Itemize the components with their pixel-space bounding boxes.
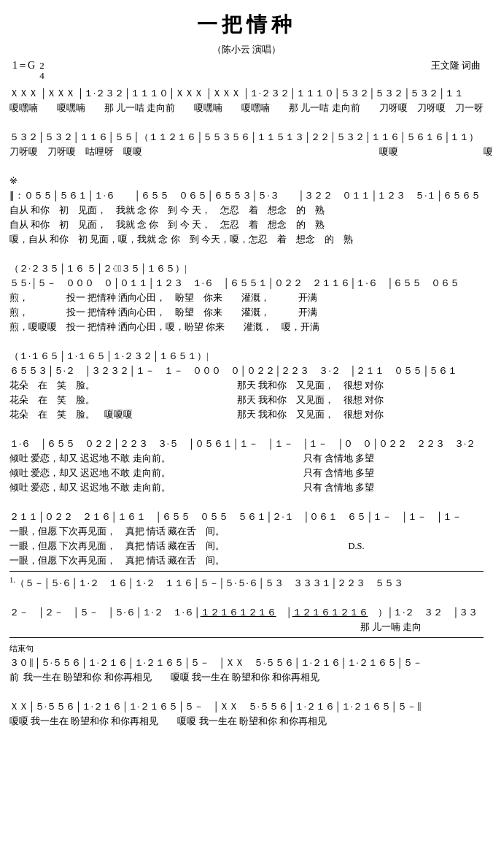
key-label: 1＝G: [12, 59, 35, 72]
score-content: ＸＸＸ │ＸＸＸ │１·２３２│１１１０│ＸＸＸ │ＸＸＸ │１·２３２│１１１…: [9, 86, 484, 568]
score-page: 一把情种 （陈小云 演唱） 1＝G 2 4 王文隆 词曲 ＸＸＸ │ＸＸＸ │１…: [6, 7, 487, 732]
composer: 王文隆 词曲: [431, 59, 481, 72]
score-divider-1: [9, 571, 484, 572]
score-content-3: 结束句 ３０‖│５·５５６│１·２１６│１·２１６５│５－ │ＸＸ ５·５５６│…: [9, 641, 484, 729]
key-signature: 1＝G 2 4: [12, 59, 44, 82]
song-subtitle: （陈小云 演唱）: [9, 43, 484, 56]
time-signature: 2 4: [39, 61, 44, 82]
song-title: 一把情种: [9, 11, 484, 39]
meta-row: 1＝G 2 4 王文隆 词曲: [9, 59, 484, 82]
score-divider-2: [9, 637, 484, 638]
score-content-2: 1.（５－│５·６│１·２ １６│１·２ １１６│５－│５·５·６│５３ ３３３…: [9, 575, 484, 634]
